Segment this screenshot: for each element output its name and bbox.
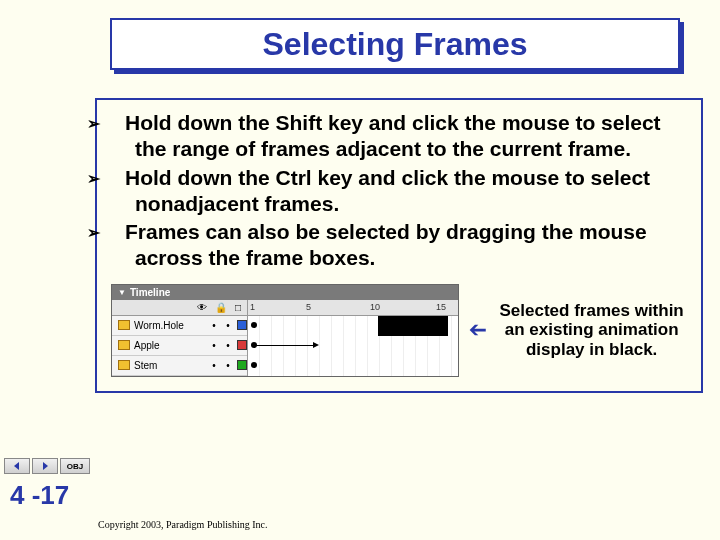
callout-text: Selected frames within an existing anima… <box>496 301 687 360</box>
page-number: 4 -17 <box>10 480 69 511</box>
svg-marker-1 <box>43 462 48 470</box>
lock-dot[interactable]: • <box>223 320 233 331</box>
eye-icon[interactable]: 👁 <box>197 302 207 313</box>
svg-marker-0 <box>14 462 19 470</box>
bullet-text: Hold down the Ctrl key and click the mou… <box>125 166 650 215</box>
layer-icon <box>118 320 130 330</box>
keyframe-icon[interactable] <box>251 362 257 368</box>
tween-arrow-icon <box>256 345 316 346</box>
bullet-arrow-icon: ➢ <box>111 169 125 189</box>
visibility-dot[interactable]: • <box>209 360 219 371</box>
ruler-tick: 10 <box>370 302 380 312</box>
bullet-text: Hold down the Shift key and click the mo… <box>125 111 661 160</box>
keyframe-icon[interactable] <box>251 322 257 328</box>
layer-color-swatch[interactable] <box>237 340 247 350</box>
ruler-tick: 5 <box>306 302 311 312</box>
bullet-item: ➢Hold down the Ctrl key and click the mo… <box>111 165 687 218</box>
callout-arrow-icon: ➔ <box>459 317 496 343</box>
frame-row[interactable] <box>248 316 458 336</box>
frame-row[interactable] <box>248 356 458 376</box>
layer-icon <box>118 340 130 350</box>
visibility-dot[interactable]: • <box>209 320 219 331</box>
visibility-dot[interactable]: • <box>209 340 219 351</box>
bullet-text: Frames can also be selected by dragging … <box>125 220 647 269</box>
timeline-title: Timeline <box>130 287 170 298</box>
lock-icon[interactable]: 🔒 <box>215 302 227 313</box>
layer-icon <box>118 360 130 370</box>
bullet-item: ➢Hold down the Shift key and click the m… <box>111 110 687 163</box>
slide-title-box: Selecting Frames <box>110 18 680 70</box>
bullet-arrow-icon: ➢ <box>111 223 125 243</box>
nav-next-button[interactable] <box>32 458 58 474</box>
layer-color-swatch[interactable] <box>237 360 247 370</box>
bullet-arrow-icon: ➢ <box>111 114 125 134</box>
lock-dot[interactable]: • <box>223 340 233 351</box>
outline-icon[interactable]: □ <box>235 302 241 313</box>
ruler-tick: 1 <box>250 302 255 312</box>
lock-dot[interactable]: • <box>223 360 233 371</box>
layer-name: Apple <box>134 340 205 351</box>
bullet-item: ➢Frames can also be selected by dragging… <box>111 219 687 272</box>
selected-frames[interactable] <box>378 316 448 336</box>
layer-row[interactable]: Apple • • <box>112 336 247 356</box>
copyright-text: Copyright 2003, Paradigm Publishing Inc. <box>98 519 267 530</box>
timeline-frames-area[interactable]: 1 5 10 15 <box>248 300 458 376</box>
bullet-list: ➢Hold down the Shift key and click the m… <box>111 110 687 272</box>
timeline-layers-column: 👁 🔒 □ Worm.Hole • • <box>112 300 248 376</box>
frame-row[interactable] <box>248 336 458 356</box>
ruler-tick: 15 <box>436 302 446 312</box>
nav-prev-button[interactable] <box>4 458 30 474</box>
layer-name: Worm.Hole <box>134 320 205 331</box>
layer-row[interactable]: Worm.Hole • • <box>112 316 247 336</box>
layer-row[interactable]: Stem • • <box>112 356 247 376</box>
layer-color-swatch[interactable] <box>237 320 247 330</box>
timeline-panel: ▼ Timeline 👁 🔒 □ Worm.Hole • <box>111 284 459 377</box>
content-box: ➢Hold down the Shift key and click the m… <box>95 98 703 393</box>
layer-column-icons: 👁 🔒 □ <box>112 300 247 316</box>
layer-name: Stem <box>134 360 205 371</box>
timeline-header[interactable]: ▼ Timeline <box>112 285 458 300</box>
frame-ruler: 1 5 10 15 <box>248 300 458 316</box>
collapse-icon[interactable]: ▼ <box>118 288 126 297</box>
slide-title: Selecting Frames <box>263 26 528 63</box>
obj-button[interactable]: OBJ <box>60 458 90 474</box>
